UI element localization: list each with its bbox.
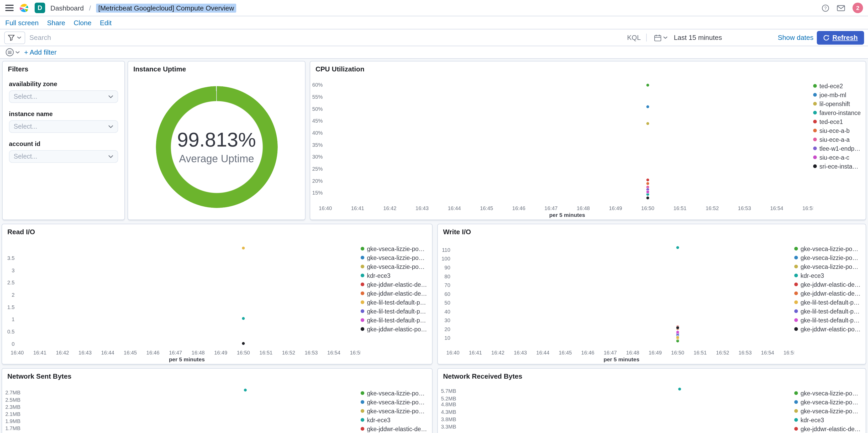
avatar[interactable]: 2 (852, 3, 863, 13)
legend-item[interactable]: favero-instance (813, 108, 862, 117)
legend-label: gke-lil-test-default-pool-c1e... (801, 317, 862, 323)
legend-label: gke-jddwr-elastic-default-po... (801, 290, 862, 296)
legend-item[interactable]: gke-lil-test-default-pool-c1e... (361, 307, 428, 316)
legend-item[interactable]: joe-mb-ml (813, 90, 862, 99)
hamburger-menu-icon[interactable] (5, 5, 14, 11)
legend-label: joe-mb-ml (819, 92, 846, 98)
show-dates-link[interactable]: Show dates (778, 34, 813, 41)
svg-text:16:53: 16:53 (738, 205, 751, 211)
read-io-chart[interactable]: 00.511.522.533.516:4016:4116:4216:4316:4… (3, 237, 361, 363)
legend-label: kdr-ece3 (367, 272, 391, 279)
network-received-bytes-chart[interactable]: 5.7MB5.2MB4.8MB4.3MB3.8MB3.3MB16:4016:41… (439, 381, 794, 433)
refresh-button[interactable]: Refresh (816, 31, 864, 45)
legend-item[interactable]: kdr-ece3 (361, 415, 428, 424)
legend-item[interactable]: gke-vseca-lizzie-pool-1-1877... (361, 244, 428, 253)
full-screen-link[interactable]: Full screen (5, 19, 39, 27)
legend-item[interactable]: gke-lil-test-default-pool-c1e... (361, 298, 428, 307)
legend-item[interactable]: gke-jddwr-elastic-default-po... (361, 424, 428, 433)
legend-item[interactable]: sri-ece-instance (813, 162, 862, 171)
legend-item[interactable]: gke-jddwr-elastic-default-po... (361, 280, 428, 289)
legend-item[interactable]: gke-vseca-lizzie-pool-1-630... (794, 406, 862, 415)
cpu-utilization-chart[interactable]: 15%20%25%30%35%40%45%50%55%60%16:4016:41… (311, 74, 813, 219)
availability-zone-select[interactable]: Select... (9, 90, 118, 103)
legend-label: gke-jddwr-elastic-default-po... (367, 426, 428, 432)
control-label: instance name (9, 110, 118, 118)
legend-item[interactable]: siu-ece-a-a (813, 135, 862, 144)
legend-item[interactable]: tlee-w1-endpoint (813, 144, 862, 153)
legend-item[interactable]: gke-vseca-lizzie-pool-1-630... (361, 406, 428, 415)
legend-item[interactable]: gke-vseca-lizzie-pool-1-c417... (794, 398, 862, 406)
clone-link[interactable]: Clone (74, 19, 92, 27)
legend-item[interactable]: gke-vseca-lizzie-pool-1-1877... (361, 388, 428, 398)
legend-item[interactable]: gke-jddwr-elastic-pool-3-74... (361, 324, 428, 334)
breadcrumb[interactable]: Dashboard (51, 4, 84, 12)
instance-name-select[interactable]: Select... (9, 120, 118, 133)
newsfeed-mail-icon[interactable] (837, 4, 845, 11)
chart-legend: gke-vseca-lizzie-pool-1-1877...gke-vseca… (361, 237, 430, 363)
svg-text:15%: 15% (312, 190, 323, 196)
uptime-caption: Average Uptime (128, 153, 305, 165)
legend-color-dot (794, 409, 798, 413)
legend-color-dot (794, 283, 798, 286)
legend-item[interactable]: gke-vseca-lizzie-pool-1-630... (361, 262, 428, 271)
chart-legend: ted-ece2joe-mb-mllil-openshiftfavero-ins… (813, 74, 864, 219)
legend-color-dot (794, 247, 798, 251)
svg-text:16:44: 16:44 (536, 350, 549, 355)
add-filter-link[interactable]: + Add filter (24, 48, 57, 56)
legend-item[interactable]: kdr-ece3 (361, 271, 428, 280)
legend-label: gke-vseca-lizzie-pool-1-630... (801, 408, 862, 414)
elastic-logo-icon[interactable] (19, 3, 29, 13)
account-id-select[interactable]: Select... (9, 150, 118, 163)
svg-text:80: 80 (444, 273, 450, 279)
query-language-button[interactable]: KQL (622, 34, 647, 41)
help-icon[interactable]: ? (822, 4, 829, 12)
legend-item[interactable]: kdr-ece3 (794, 271, 862, 280)
legend-color-dot (813, 146, 817, 150)
legend-item[interactable]: gke-lil-test-default-pool-c1e... (361, 316, 428, 324)
svg-text:16:41: 16:41 (33, 350, 46, 355)
legend-item[interactable]: gke-vseca-lizzie-pool-1-630... (794, 262, 862, 271)
legend-item[interactable]: gke-vseca-lizzie-pool-1-c417... (361, 398, 428, 406)
legend-item[interactable]: gke-jddwr-elastic-default-po... (794, 280, 862, 289)
svg-text:55%: 55% (312, 94, 323, 100)
edit-link[interactable]: Edit (100, 19, 112, 27)
svg-text:2: 2 (11, 292, 14, 298)
svg-text:per 5 minutes: per 5 minutes (549, 212, 585, 218)
svg-text:16:44: 16:44 (448, 205, 461, 211)
legend-color-dot (361, 256, 364, 259)
legend-item[interactable]: gke-jddwr-elastic-default-po... (794, 424, 862, 433)
legend-item[interactable]: gke-jddwr-elastic-default-po... (361, 289, 428, 298)
legend-item[interactable]: ted-ece1 (813, 117, 862, 126)
legend-item[interactable]: gke-vseca-lizzie-pool-1-c417... (361, 253, 428, 262)
legend-item[interactable]: kdr-ece3 (794, 415, 862, 424)
svg-text:16:45: 16:45 (480, 205, 493, 211)
legend-item[interactable]: lil-openshift (813, 99, 862, 108)
network-sent-bytes-chart[interactable]: 2.7MB2.5MB2.3MB2.1MB1.9MB1.7MB1.5MB16:40… (3, 381, 361, 433)
time-range-value[interactable]: Last 15 minutes (672, 34, 724, 41)
legend-item[interactable]: ted-ece2 (813, 81, 862, 90)
legend-item[interactable]: gke-jddwr-elastic-pool-3-74... (794, 324, 862, 334)
share-link[interactable]: Share (47, 19, 65, 27)
legend-item[interactable]: gke-lil-test-default-pool-c1e... (794, 307, 862, 316)
legend-item[interactable]: gke-lil-test-default-pool-c1e... (794, 298, 862, 307)
svg-text:16:53: 16:53 (739, 350, 752, 355)
saved-query-menu-button[interactable] (4, 31, 25, 44)
legend-item[interactable]: gke-jddwr-elastic-default-po... (794, 289, 862, 298)
legend-item[interactable]: gke-vseca-lizzie-pool-1-c417... (794, 253, 862, 262)
filter-options-button[interactable] (5, 48, 20, 57)
legend-item[interactable]: gke-lil-test-default-pool-c1e... (794, 316, 862, 324)
calendar-button[interactable] (650, 34, 672, 41)
legend-label: kdr-ece3 (801, 272, 824, 279)
legend-item[interactable]: siu-ece-a-b (813, 126, 862, 135)
search-input[interactable] (28, 30, 619, 45)
svg-text:16:49: 16:49 (214, 350, 227, 355)
deployment-badge: D (35, 3, 45, 13)
legend-item[interactable]: siu-ece-a-c (813, 153, 862, 162)
write-io-chart[interactable]: 10203040506070809010011016:4016:4116:421… (439, 237, 794, 363)
legend-item[interactable]: gke-vseca-lizzie-pool-1-1877... (794, 244, 862, 253)
svg-text:16:42: 16:42 (56, 350, 69, 355)
filter-bar: + Add filter (0, 46, 868, 59)
legend-label: gke-jddwr-elastic-default-po... (801, 281, 862, 288)
legend-item[interactable]: gke-vseca-lizzie-pool-1-1877... (794, 388, 862, 398)
select-placeholder: Select... (14, 93, 108, 100)
